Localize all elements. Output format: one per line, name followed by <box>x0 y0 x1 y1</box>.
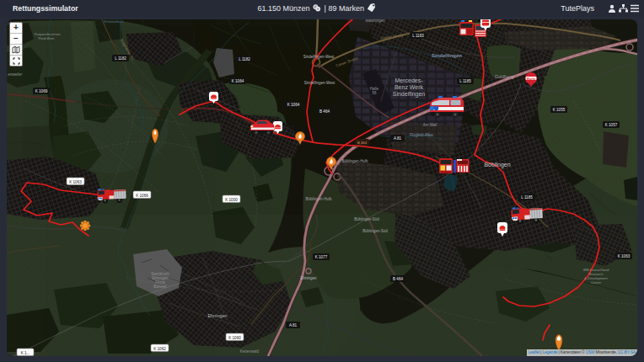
svg-text:K 1066: K 1066 <box>136 194 148 198</box>
svg-text:...enweiler: ...enweiler <box>7 72 23 77</box>
svg-text:L 1185: L 1185 <box>459 79 471 83</box>
svg-text:K 1063: K 1063 <box>69 180 82 184</box>
svg-text:56: 56 <box>372 91 377 95</box>
svg-text:Böblingen-Hulb: Böblingen-Hulb <box>342 159 368 163</box>
svg-text:Böblingen-Hulb: Böblingen-Hulb <box>306 197 332 201</box>
svg-text:Benz Werk: Benz Werk <box>394 84 424 90</box>
svg-text:Sindelfingen: Sindelfingen <box>432 53 462 58</box>
svg-text:Maichingen: Maichingen <box>365 19 385 23</box>
svg-text:B 464: B 464 <box>393 277 403 281</box>
svg-text:K 1055: K 1055 <box>553 108 566 112</box>
svg-text:K 1064: K 1064 <box>232 79 244 83</box>
svg-text:Am Wall: Am Wall <box>423 123 437 127</box>
svg-text:Wache: Wache <box>527 77 536 81</box>
svg-text:Mercedes-: Mercedes- <box>394 77 423 83</box>
svg-text:Böblingen-Süd: Böblingen-Süd <box>362 229 388 233</box>
svg-text:K 1000: K 1000 <box>225 198 238 202</box>
svg-text:Sindelfingen-West: Sindelfingen-West <box>303 55 335 59</box>
svg-text:L 1182: L 1182 <box>239 57 250 61</box>
svg-text:K 1064: K 1064 <box>287 103 300 107</box>
svg-text:Sindelfingen-West: Sindelfingen-West <box>304 81 335 85</box>
svg-text:Flugfeld-Allee: Flugfeld-Allee <box>410 133 433 137</box>
svg-text:A 81: A 81 <box>394 136 402 141</box>
svg-text:L 1185: L 1185 <box>521 195 533 200</box>
svg-text:K 1063: K 1063 <box>618 254 631 258</box>
svg-text:K 1...: K 1... <box>21 351 30 355</box>
svg-text:K 1060: K 1060 <box>228 336 241 340</box>
svg-text:B 464: B 464 <box>357 141 368 145</box>
svg-text:K 1057: K 1057 <box>605 123 618 127</box>
svg-text:Böblingen-Süd: Böblingen-Süd <box>354 217 379 221</box>
svg-text:Center: Center <box>591 280 602 285</box>
svg-text:Ehningen: Ehningen <box>300 276 317 280</box>
svg-text:K 1077: K 1077 <box>315 255 328 259</box>
svg-text:Ehningen: Ehningen <box>207 313 227 318</box>
svg-text:Ried-Binn: Ried-Binn <box>39 36 55 40</box>
svg-text:K 1069: K 1069 <box>35 89 48 93</box>
svg-text:Baresel: Baresel <box>153 285 166 289</box>
svg-text:Kettenwald: Kettenwald <box>240 349 260 354</box>
svg-text:Sindelfingen: Sindelfingen <box>393 91 426 98</box>
svg-text:A 81: A 81 <box>289 323 298 327</box>
svg-text:K 1062: K 1062 <box>153 347 166 351</box>
svg-text:B 464: B 464 <box>319 109 330 114</box>
svg-text:Goldberg: Goldberg <box>495 74 514 79</box>
svg-text:L 1183: L 1183 <box>412 34 424 38</box>
svg-text:Schwarzbach: Schwarzbach <box>104 19 124 24</box>
svg-text:L 1182: L 1182 <box>115 56 126 61</box>
svg-text:Böblingen: Böblingen <box>484 162 510 168</box>
